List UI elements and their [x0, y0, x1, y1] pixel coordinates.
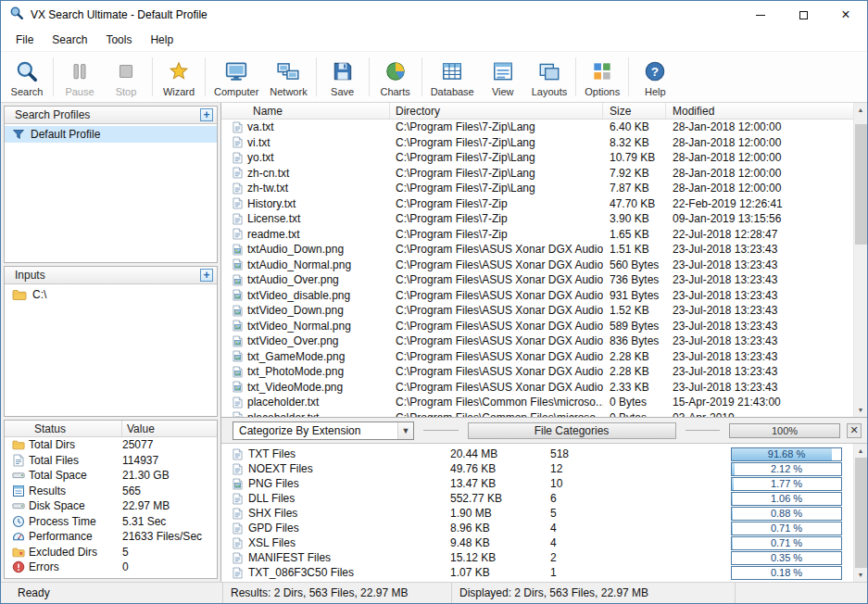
category-percent-bar: 1.06 %: [731, 492, 842, 506]
category-row[interactable]: GPD Files8.96 KB40.71 %: [221, 521, 853, 535]
file-row[interactable]: yo.txtC:\Program Files\7-Zip\Lang10.79 K…: [221, 150, 853, 166]
category-row[interactable]: PNG Files13.47 KB101.77 %: [221, 476, 853, 491]
wizard-button[interactable]: Wizard: [156, 54, 202, 100]
scroll-up-icon[interactable]: ▲: [854, 103, 867, 117]
file-size-cell: 931 Bytes: [603, 289, 666, 302]
status-row: Total Files114937: [5, 453, 217, 469]
scroll-down-icon[interactable]: ▼: [854, 568, 867, 582]
file-scrollbar[interactable]: ▲ ▼: [853, 103, 867, 417]
file-row[interactable]: txtVideo_Normal.pngC:\Program Files\ASUS…: [221, 319, 853, 334]
file-categories-button[interactable]: File Categories: [468, 422, 676, 439]
category-row[interactable]: XSL Files9.48 KB40.71 %: [221, 535, 853, 550]
file-directory-cell: C:\Program Files\7-Zip\Lang: [390, 136, 603, 149]
menu-item-file[interactable]: File: [6, 31, 43, 49]
category-size-cell: 20.44 MB: [450, 447, 550, 460]
file-row[interactable]: txtAudio_Normal.pngC:\Program Files\ASUS…: [221, 258, 853, 273]
menu-item-tools[interactable]: Tools: [96, 31, 141, 49]
category-count-cell: 10: [550, 477, 634, 490]
profile-item[interactable]: Default Profile: [5, 126, 217, 143]
file-row[interactable]: readme.txtC:\Program Files\7-Zip1.65 KB2…: [221, 227, 853, 243]
column-header-modified[interactable]: Modified: [666, 103, 853, 119]
add-profile-button[interactable]: +: [200, 108, 213, 121]
category-row[interactable]: NOEXT Files49.76 KB122.12 %: [221, 461, 853, 476]
category-name: SHX Files: [248, 507, 297, 520]
file-row[interactable]: txtAudio_Down.pngC:\Program Files\ASUS X…: [221, 242, 853, 258]
category-row[interactable]: DLL Files552.77 KB61.06 %: [221, 491, 853, 506]
input-item[interactable]: C:\: [5, 286, 217, 303]
charts-button[interactable]: Charts: [372, 54, 419, 100]
close-button[interactable]: ×: [824, 1, 867, 29]
status-value: 5: [122, 546, 217, 559]
computer-button[interactable]: Computer: [208, 54, 264, 100]
file-directory-cell: C:\Program Files\Common Files\microso...: [390, 396, 603, 409]
menu-item-help[interactable]: Help: [141, 31, 182, 49]
help-button[interactable]: ?Help: [632, 54, 678, 100]
add-input-button[interactable]: +: [200, 269, 213, 282]
file-row[interactable]: txt_PhotoMode.pngC:\Program Files\ASUS X…: [221, 364, 853, 380]
pause-button: Pause: [57, 54, 103, 100]
status-bar: ReadyResults: 2 Dirs, 563 Files, 22.97 M…: [1, 582, 867, 603]
category-name-cell: TXT Files: [221, 447, 450, 460]
category-row[interactable]: TXT_086F3C50 Files1.07 KB10.18 %: [221, 565, 853, 580]
network-button[interactable]: Network: [264, 54, 312, 100]
value-column-header[interactable]: Value: [122, 422, 217, 435]
close-categories-button[interactable]: ✕: [847, 423, 862, 438]
category-name: NOEXT Files: [248, 462, 313, 475]
file-name-cell: txtAudio_Over.png: [221, 273, 390, 286]
file-row[interactable]: zh-tw.txtC:\Program Files\7-Zip\Lang7.87…: [221, 181, 853, 196]
category-scroll-thumb[interactable]: [855, 458, 867, 568]
chevron-down-icon[interactable]: ▼: [397, 422, 413, 439]
file-name-cell: txtVideo_Normal.png: [221, 320, 390, 333]
file-row[interactable]: txtAudio_Over.pngC:\Program Files\ASUS X…: [221, 272, 853, 288]
file-scroll-track[interactable]: [854, 117, 867, 403]
file-row[interactable]: txtVideo_Down.pngC:\Program Files\ASUS X…: [221, 303, 853, 319]
file-name: txtVideo_Over.png: [247, 334, 339, 347]
status-label: Results: [29, 484, 122, 497]
status-column-header[interactable]: Status: [5, 421, 122, 436]
category-scrollbar[interactable]: ▲ ▼: [853, 444, 867, 582]
file-row[interactable]: txt_VideoMode.pngC:\Program Files\ASUS X…: [221, 380, 853, 396]
file-modified-cell: 28-Jan-2018 12:00:00: [666, 151, 853, 164]
category-row[interactable]: MANIFEST Files15.12 KB20.35 %: [221, 550, 853, 565]
file-directory-cell: C:\Program Files\ASUS Xonar DGX Audio...: [390, 381, 603, 394]
file-row[interactable]: va.txtC:\Program Files\7-Zip\Lang6.40 KB…: [221, 120, 853, 135]
file-row[interactable]: txt_GameMode.pngC:\Program Files\ASUS Xo…: [221, 349, 853, 365]
file-directory-cell: C:\Program Files\ASUS Xonar DGX Audio...: [390, 258, 603, 271]
file-row[interactable]: zh-cn.txtC:\Program Files\7-Zip\Lang7.92…: [221, 166, 853, 182]
column-header-size[interactable]: Size: [603, 103, 666, 119]
status-label: Process Time: [29, 515, 122, 528]
view-button[interactable]: View: [480, 54, 526, 100]
toolbar-button-label: Search: [11, 86, 44, 97]
save-button[interactable]: Save: [320, 54, 366, 100]
search-button[interactable]: Search: [4, 54, 50, 100]
file-row[interactable]: License.txtC:\Program Files\7-Zip3.90 KB…: [221, 211, 853, 227]
results-summary: Results: 2 Dirs, 563 Files, 22.97 MB: [223, 583, 452, 603]
column-header-directory[interactable]: Directory: [390, 103, 603, 119]
file-row[interactable]: vi.txtC:\Program Files\7-Zip\Lang8.32 KB…: [221, 135, 853, 151]
categorize-dropdown[interactable]: Categorize By Extension ▼: [233, 422, 414, 440]
database-button[interactable]: Database: [425, 54, 480, 100]
file-row[interactable]: txtVideo_disable.pngC:\Program Files\ASU…: [221, 288, 853, 304]
scroll-up-icon[interactable]: ▲: [854, 444, 867, 458]
percent-label: 0.71 %: [732, 522, 841, 535]
category-row[interactable]: TXT Files20.44 MB51891.68 %: [221, 447, 853, 461]
file-img-icon: [233, 381, 243, 393]
options-button[interactable]: Options: [579, 54, 625, 100]
category-row[interactable]: SHX Files1.90 MB50.88 %: [221, 506, 853, 521]
file-row[interactable]: txtVideo_Over.pngC:\Program Files\ASUS X…: [221, 333, 853, 349]
layouts-button[interactable]: Layouts: [526, 54, 573, 100]
minimize-button[interactable]: [739, 1, 782, 29]
category-name-cell: TXT_086F3C50 Files: [221, 566, 450, 579]
close-icon: ×: [841, 7, 849, 22]
category-scroll-track[interactable]: [854, 458, 867, 568]
file-row[interactable]: placeholder.txtC:\Program Files\Common F…: [221, 395, 853, 410]
column-header-name[interactable]: Name: [221, 103, 390, 119]
file-row[interactable]: History.txtC:\Program Files\7-Zip47.70 K…: [221, 196, 853, 212]
scroll-down-icon[interactable]: ▼: [854, 403, 867, 417]
file-modified-cell: 23-Jul-2018 13:23:43: [666, 320, 853, 333]
status-panel: Status Value Total Dirs25077Total Files1…: [4, 420, 218, 579]
file-row[interactable]: placeholder.txtC:\Program Files\Common F…: [221, 410, 853, 418]
file-scroll-thumb[interactable]: [855, 124, 867, 245]
maximize-button[interactable]: [782, 1, 824, 29]
menu-item-search[interactable]: Search: [43, 31, 96, 49]
